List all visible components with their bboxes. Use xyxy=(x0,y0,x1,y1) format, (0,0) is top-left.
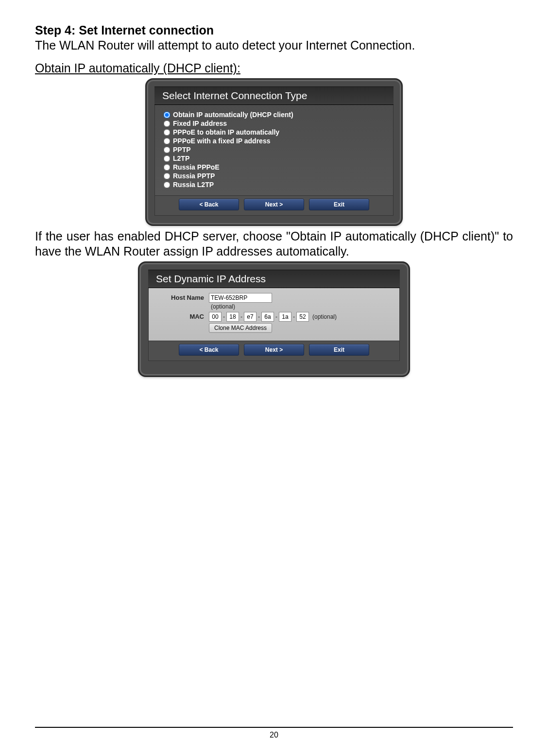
radio-l2tp[interactable] xyxy=(164,155,171,162)
step-heading: Step 4: Set Internet connection xyxy=(35,23,513,37)
back-button[interactable]: < Back xyxy=(179,199,239,210)
radio-pppoe-fixed[interactable] xyxy=(164,137,171,144)
option-russia-pptp[interactable]: Russia PPTP xyxy=(164,172,393,180)
mac-input-1[interactable] xyxy=(209,312,222,322)
option-label: Obtain IP automatically (DHCP client) xyxy=(173,111,293,119)
dhcp-subheading: Obtain IP automatically (DHCP client): xyxy=(35,61,513,75)
mac-optional: (optional) xyxy=(312,313,337,320)
mac-label: MAC xyxy=(154,312,209,320)
mac-input-5[interactable] xyxy=(279,312,291,322)
exit-button[interactable]: Exit xyxy=(309,199,369,210)
mac-sep: - xyxy=(258,313,260,320)
radio-russia-pppoe[interactable] xyxy=(164,164,171,171)
panel2-button-row: < Back Next > Exit xyxy=(148,341,400,361)
next-button[interactable]: Next > xyxy=(244,344,304,356)
option-label: Russia L2TP xyxy=(173,181,214,189)
option-russia-l2tp[interactable]: Russia L2TP xyxy=(164,181,393,189)
hostname-input[interactable] xyxy=(209,293,272,303)
radio-russia-l2tp[interactable] xyxy=(164,181,171,188)
option-pppoe-auto[interactable]: PPPoE to obtain IP automatically xyxy=(164,128,393,136)
mac-sep: - xyxy=(240,313,242,320)
select-connection-panel: Select Internet Connection Type Obtain I… xyxy=(145,78,403,226)
panel1-title: Select Internet Connection Type xyxy=(154,86,394,105)
mac-sep: - xyxy=(223,313,225,320)
option-l2tp[interactable]: L2TP xyxy=(164,155,393,162)
radio-fixed-ip[interactable] xyxy=(164,120,171,127)
radio-pppoe-auto[interactable] xyxy=(164,129,171,136)
panel2-title: Set Dynamic IP Address xyxy=(148,270,400,288)
next-button[interactable]: Next > xyxy=(244,199,304,210)
panel1-button-row: < Back Next > Exit xyxy=(154,196,394,216)
mac-row: MAC - - - - - (optional) Clone MAC Addre… xyxy=(154,312,394,333)
mac-input-6[interactable] xyxy=(296,312,309,322)
radio-dhcp[interactable] xyxy=(164,111,171,118)
mac-input-4[interactable] xyxy=(261,312,274,322)
clone-mac-button[interactable]: Clone MAC Address xyxy=(209,323,272,333)
option-label: PPPoE to obtain IP automatically xyxy=(173,128,279,136)
mac-sep: - xyxy=(293,313,295,320)
dynamic-ip-form: Host Name (optional) MAC - - - - xyxy=(148,288,400,341)
option-dhcp[interactable]: Obtain IP automatically (DHCP client) xyxy=(164,111,393,119)
intro-text: The WLAN Router will attempt to auto det… xyxy=(35,38,513,52)
page-number: 20 xyxy=(270,731,278,739)
option-pptp[interactable]: PPTP xyxy=(164,146,393,154)
option-label: L2TP xyxy=(173,155,189,162)
hostname-optional: (optional) xyxy=(211,303,235,310)
dynamic-ip-panel: Set Dynamic IP Address Host Name (option… xyxy=(138,261,410,377)
dhcp-explanation: If the user has enabled DHCP server, cho… xyxy=(35,229,513,259)
mac-sep: - xyxy=(275,313,277,320)
option-label: Russia PPPoE xyxy=(173,163,220,171)
option-label: PPTP xyxy=(173,146,191,154)
option-label: Fixed IP address xyxy=(173,120,227,127)
exit-button[interactable]: Exit xyxy=(309,344,369,356)
radio-russia-pptp[interactable] xyxy=(164,172,171,179)
hostname-label: Host Name xyxy=(154,293,209,301)
option-pppoe-fixed[interactable]: PPPoE with a fixed IP address xyxy=(164,137,393,145)
hostname-row: Host Name (optional) xyxy=(154,293,394,310)
page-footer: 20 xyxy=(35,727,513,739)
option-label: PPPoE with a fixed IP address xyxy=(173,137,270,145)
radio-pptp[interactable] xyxy=(164,146,171,153)
option-fixed-ip[interactable]: Fixed IP address xyxy=(164,120,393,127)
mac-input-3[interactable] xyxy=(244,312,257,322)
back-button[interactable]: < Back xyxy=(179,344,239,356)
mac-input-2[interactable] xyxy=(226,312,239,322)
connection-options: Obtain IP automatically (DHCP client) Fi… xyxy=(154,105,394,196)
option-label: Russia PPTP xyxy=(173,172,215,180)
option-russia-pppoe[interactable]: Russia PPPoE xyxy=(164,163,393,171)
